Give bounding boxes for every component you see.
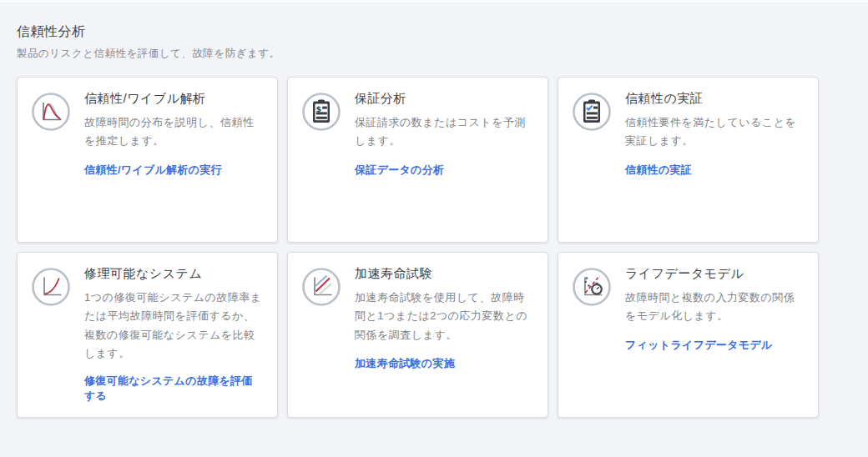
card-title: 保証分析 — [355, 91, 534, 107]
accelerated-life-test-plot-icon — [301, 267, 341, 307]
card-description: 故障時間と複数の入力変数の関係をモデル化します。 — [625, 289, 805, 326]
card-weibull-analysis: 信頼性/ワイブル解析 故障時間の分布を説明し、信頼性を推定します。 信頼性/ワイ… — [17, 77, 278, 243]
card-description: 信頼性要件を満たしていることを実証します。 — [625, 113, 805, 151]
card-life-data-models: ライフデータモデル 故障時間と複数の入力変数の関係をモデル化します。 フィットラ… — [558, 252, 819, 418]
card-description: 1つの修復可能システムの故障率または平均故障時間を評価するか、複数の修復可能なシ… — [84, 289, 264, 363]
card-description: 保証請求の数またはコストを予測します。 — [355, 113, 534, 151]
demonstrate-reliability-link[interactable]: 信頼性の実証 — [625, 163, 692, 178]
card-warranty-analysis: $ 保証分析 保証請求の数またはコストを予測します。 保証データの分析 — [287, 77, 548, 243]
card-title: ライフデータモデル — [625, 266, 805, 282]
card-accelerated-life-testing: 加速寿命試験 加速寿命試験を使用して、故障時間と1つまたは2つの応力変数との関係… — [287, 252, 548, 418]
run-weibull-analysis-link[interactable]: 信頼性/ワイブル解析の実行 — [84, 163, 222, 178]
analysis-card-grid: 信頼性/ワイブル解析 故障時間の分布を説明し、信頼性を推定します。 信頼性/ワイ… — [17, 77, 851, 418]
card-reliability-demonstration: 信頼性の実証 信頼性要件を満たしていることを実証します。 信頼性の実証 — [558, 77, 819, 243]
card-description: 故障時間の分布を説明し、信頼性を推定します。 — [84, 113, 264, 151]
page-title: 信頼性分析 — [17, 23, 851, 41]
page-subtitle: 製品のリスクと信頼性を評価して、故障を防ぎます。 — [17, 47, 851, 61]
run-accelerated-life-test-link[interactable]: 加速寿命試験の実施 — [355, 356, 455, 371]
card-body: 修理可能なシステム 1つの修復可能システムの故障率または平均故障時間を評価するか… — [84, 265, 264, 404]
card-body: ライフデータモデル 故障時間と複数の入力変数の関係をモデル化します。 フィットラ… — [625, 265, 805, 353]
warranty-clipboard-icon: $ — [301, 92, 341, 132]
fit-life-data-model-link[interactable]: フィットライフデータモデル — [625, 338, 773, 353]
life-data-model-plot-icon — [572, 267, 612, 307]
repairable-systems-curve-icon — [31, 267, 71, 307]
card-body: 信頼性/ワイブル解析 故障時間の分布を説明し、信頼性を推定します。 信頼性/ワイ… — [84, 90, 264, 178]
page-header: 信頼性分析 製品のリスクと信頼性を評価して、故障を防ぎます。 — [17, 3, 851, 61]
card-description: 加速寿命試験を使用して、故障時間と1つまたは2つの応力変数との関係を調査します。 — [355, 289, 534, 344]
reliability-demonstration-clipboard-icon — [572, 92, 612, 132]
analyze-warranty-data-link[interactable]: 保証データの分析 — [355, 163, 444, 178]
reliability-analysis-page: 信頼性分析 製品のリスクと信頼性を評価して、故障を防ぎます。 信頼性/ワイブル解… — [0, 3, 868, 418]
evaluate-repairable-system-link[interactable]: 修復可能なシステムの故障を評価する — [84, 374, 264, 404]
weibull-distribution-icon — [31, 92, 71, 132]
card-title: 加速寿命試験 — [355, 266, 534, 282]
card-body: 保証分析 保証請求の数またはコストを予測します。 保証データの分析 — [355, 90, 534, 178]
svg-text:$: $ — [316, 104, 322, 113]
card-body: 加速寿命試験 加速寿命試験を使用して、故障時間と1つまたは2つの応力変数との関係… — [355, 265, 534, 371]
card-title: 修理可能なシステム — [84, 266, 264, 282]
card-title: 信頼性の実証 — [625, 91, 805, 107]
card-body: 信頼性の実証 信頼性要件を満たしていることを実証します。 信頼性の実証 — [625, 90, 805, 178]
card-repairable-systems: 修理可能なシステム 1つの修復可能システムの故障率または平均故障時間を評価するか… — [17, 252, 278, 418]
card-title: 信頼性/ワイブル解析 — [84, 91, 264, 107]
